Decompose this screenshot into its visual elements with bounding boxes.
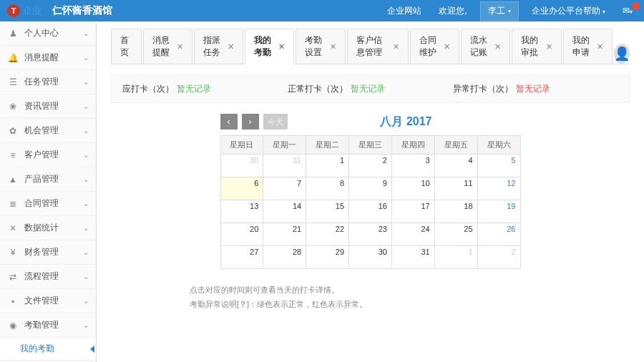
- tab[interactable]: 考勤设置✕: [296, 29, 345, 64]
- close-icon[interactable]: ✕: [393, 42, 399, 52]
- calendar-day[interactable]: 4: [434, 155, 477, 177]
- nav-label: 产品管理: [24, 173, 83, 185]
- tab[interactable]: 客户信息管理✕: [347, 29, 409, 64]
- calendar-day[interactable]: 2: [477, 246, 520, 269]
- tab-label: 合同维护: [419, 34, 439, 59]
- tab[interactable]: 首页: [111, 29, 142, 64]
- calendar-day[interactable]: 27: [220, 246, 263, 269]
- chevron-down-icon: ⌄: [83, 224, 89, 232]
- calendar-header: ‹ › 今天 八月 2017: [220, 114, 521, 129]
- calendar-day[interactable]: 6: [220, 177, 263, 200]
- tab[interactable]: 我的考勤✕: [245, 29, 294, 64]
- tab[interactable]: 流水记账✕: [461, 29, 510, 64]
- calendar-day[interactable]: 1: [306, 155, 349, 177]
- close-icon[interactable]: ✕: [444, 42, 450, 52]
- nav-item-0[interactable]: ♟个人中心⌄: [0, 21, 96, 46]
- nav-label: 合同管理: [24, 197, 83, 210]
- calendar-day[interactable]: 21: [263, 223, 306, 246]
- calendar-title: 八月 2017: [292, 114, 521, 129]
- nav-item-3[interactable]: ❀资讯管理⌄: [0, 94, 96, 119]
- calendar-day[interactable]: 19: [477, 200, 520, 223]
- calendar-day[interactable]: 18: [434, 200, 477, 223]
- next-month-button[interactable]: ›: [242, 114, 259, 129]
- staff-dropdown[interactable]: 李工▾: [480, 1, 519, 21]
- chevron-down-icon: ⌄: [83, 102, 89, 110]
- nav-icon: ▲: [7, 175, 19, 185]
- calendar-day[interactable]: 20: [220, 223, 263, 246]
- tab[interactable]: 指派任务✕: [194, 29, 243, 64]
- calendar-day[interactable]: 13: [220, 200, 263, 223]
- help-question-icon[interactable]: ？: [239, 300, 247, 308]
- calendar-day[interactable]: 11: [434, 177, 477, 200]
- today-button[interactable]: 今天: [263, 114, 288, 129]
- weekday-header: 星期二: [306, 136, 349, 155]
- nav-icon: ≡: [7, 150, 19, 160]
- calendar-day[interactable]: 9: [349, 177, 392, 200]
- calendar-day[interactable]: 30: [349, 246, 392, 269]
- close-icon[interactable]: ✕: [330, 42, 336, 52]
- close-icon[interactable]: ✕: [278, 42, 285, 52]
- nav-item-4[interactable]: ✿机会管理⌄: [0, 119, 96, 143]
- nav-icon: ◉: [7, 321, 19, 331]
- calendar-day[interactable]: 30: [220, 155, 263, 177]
- mail-icon[interactable]: ✉▾: [618, 6, 637, 16]
- chevron-down-icon: ⌄: [83, 273, 89, 280]
- avatar[interactable]: 👤: [614, 44, 630, 64]
- nav-item-5[interactable]: ≡客户管理⌄: [0, 143, 96, 167]
- close-icon[interactable]: ✕: [494, 42, 501, 52]
- calendar-day[interactable]: 12: [477, 177, 520, 200]
- calendar-day[interactable]: 16: [349, 200, 392, 223]
- close-icon[interactable]: ✕: [597, 42, 603, 52]
- app-title: 仁怀酱香酒馆: [52, 4, 383, 17]
- caret-down-icon: ▾: [602, 9, 605, 15]
- close-icon[interactable]: ✕: [177, 42, 183, 52]
- close-icon[interactable]: ✕: [546, 42, 552, 52]
- link-help[interactable]: 企业办公平台帮助 ▾: [527, 5, 610, 17]
- nav-item-12[interactable]: ◉考勤管理⌄: [0, 313, 96, 338]
- calendar-day[interactable]: 15: [306, 200, 349, 223]
- calendar-day[interactable]: 14: [263, 200, 306, 223]
- nav-item-6[interactable]: ▲产品管理⌄: [0, 167, 96, 192]
- nav-icon: 🔔: [7, 53, 19, 63]
- nav-item-9[interactable]: ¥财务管理⌄: [0, 240, 96, 265]
- calendar-day[interactable]: 7: [263, 177, 306, 200]
- tab-label: 考勤设置: [305, 34, 325, 59]
- calendar-day[interactable]: 3: [391, 155, 434, 177]
- tab[interactable]: 我的审批✕: [512, 29, 561, 64]
- close-icon[interactable]: ✕: [228, 42, 234, 52]
- nav-icon: ❀: [7, 102, 19, 112]
- sub-item-0[interactable]: 我的考勤: [0, 338, 96, 361]
- calendar-day[interactable]: 31: [263, 155, 306, 177]
- nav-icon: ⇄: [7, 272, 19, 282]
- nav-item-11[interactable]: ▪文件管理⌄: [0, 289, 96, 313]
- tab[interactable]: 消息提醒✕: [143, 29, 192, 64]
- stat-normal: 正常打卡（次）暂无记录: [288, 83, 453, 95]
- chevron-down-icon: ⌄: [83, 54, 89, 62]
- calendar-day[interactable]: 1: [434, 246, 477, 269]
- calendar-day[interactable]: 25: [434, 223, 477, 246]
- calendar-day[interactable]: 26: [477, 223, 520, 246]
- calendar-day[interactable]: 31: [391, 246, 434, 269]
- calendar-day[interactable]: 28: [263, 246, 306, 269]
- nav-item-1[interactable]: 🔔消息提醒⌄: [0, 46, 96, 70]
- calendar-day[interactable]: 10: [391, 177, 434, 200]
- nav-item-8[interactable]: ✕数据统计⌄: [0, 216, 96, 240]
- calendar-day[interactable]: 29: [306, 246, 349, 269]
- calendar-day[interactable]: 8: [306, 177, 349, 200]
- link-enterprise-site[interactable]: 企业网站: [383, 5, 426, 17]
- calendar-day[interactable]: 2: [349, 155, 392, 177]
- calendar-day[interactable]: 22: [306, 223, 349, 246]
- tab[interactable]: 我的申请✕: [563, 29, 613, 64]
- nav-item-2[interactable]: ☰任务管理⌄: [0, 70, 96, 94]
- tab-label: 消息提醒: [152, 34, 172, 59]
- calendar-day[interactable]: 5: [477, 155, 520, 177]
- prev-month-button[interactable]: ‹: [220, 114, 238, 129]
- calendar-day[interactable]: 23: [349, 223, 392, 246]
- nav-item-10[interactable]: ⇄流程管理⌄: [0, 265, 96, 289]
- nav-item-7[interactable]: ≣合同管理⌄: [0, 192, 96, 216]
- calendar-day[interactable]: 17: [391, 200, 434, 223]
- logo-icon: T: [7, 4, 20, 17]
- nav-label: 流程管理: [24, 270, 83, 283]
- tab[interactable]: 合同维护✕: [410, 29, 459, 64]
- calendar-day[interactable]: 24: [391, 223, 434, 246]
